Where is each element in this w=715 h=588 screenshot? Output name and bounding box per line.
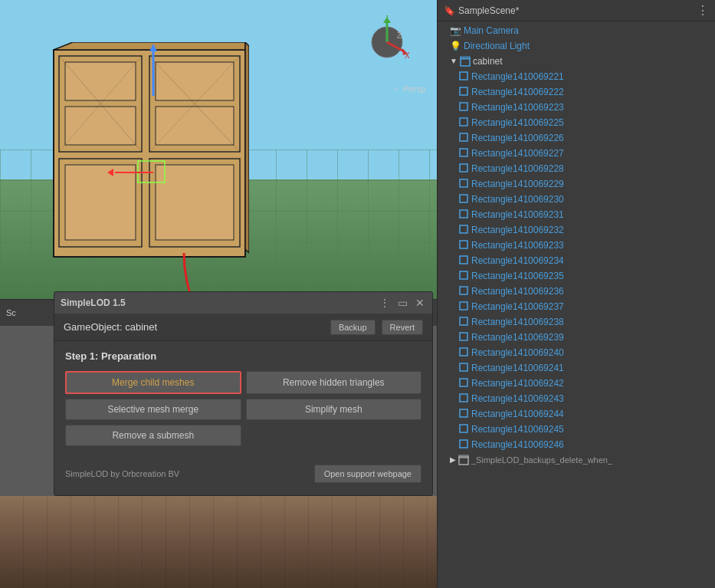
hierarchy-item-backups[interactable]: ▶ _SimpleLOD_backups_delete_when_ <box>438 452 715 468</box>
panel-menu-button[interactable]: ⋮ <box>378 297 392 308</box>
viewport-panel: Z X Y ← Persp Sc SimpleLOD 1.5 ⋮ <box>0 0 437 588</box>
remove-submesh-button[interactable]: Remove a submesh <box>65 425 241 446</box>
expand-icon: ▼ <box>450 57 458 65</box>
item-label: Rectangle1410069243 <box>471 393 564 404</box>
bottom-wood-area <box>0 496 437 588</box>
list-item[interactable]: Rectangle1410069231 <box>438 207 715 222</box>
panel-footer: SimpleLOD by Orbcreation BV Open support… <box>65 458 421 483</box>
svg-marker-2 <box>245 42 249 253</box>
mesh-icon <box>459 87 468 98</box>
cabinet-icon <box>460 56 471 67</box>
list-item[interactable]: Rectangle1410069221 <box>438 69 715 84</box>
revert-button[interactable]: Revert <box>382 320 423 335</box>
gameobject-label: GameObject: cabinet <box>64 321 157 333</box>
mesh-icon <box>459 71 468 83</box>
simplify-mesh-button[interactable]: Simplify mesh <box>246 399 422 420</box>
list-item[interactable]: Rectangle1410069244 <box>438 406 715 422</box>
list-item[interactable]: Rectangle1410069223 <box>438 100 715 115</box>
mesh-icon <box>459 163 468 175</box>
step-title: Step 1: Preparation <box>65 350 421 362</box>
merge-child-meshes-button[interactable]: Merge child meshes <box>65 371 241 394</box>
list-item[interactable]: Rectangle1410069236 <box>438 284 715 299</box>
hierarchy-list[interactable]: 📷 Main Camera 💡 Directional Light ▼ <box>438 21 715 588</box>
backup-button[interactable]: Backup <box>330 320 376 335</box>
selective-mesh-merge-button[interactable]: Selective mesh merge <box>65 399 241 420</box>
svg-rect-8 <box>156 107 234 145</box>
list-item[interactable]: Rectangle1410069233 <box>438 238 715 253</box>
mesh-icon <box>459 225 468 236</box>
mesh-icon <box>459 286 468 297</box>
list-item[interactable]: Rectangle1410069225 <box>438 115 715 130</box>
svg-rect-39 <box>460 164 467 172</box>
item-label: Rectangle1410069234 <box>471 255 564 266</box>
mesh-icon <box>459 393 468 405</box>
hierarchy-item-cabinet[interactable]: ▼ cabinet <box>438 54 715 69</box>
item-label: _SimpleLOD_backups_delete_when_ <box>471 455 612 465</box>
list-item[interactable]: Rectangle1410069226 <box>438 130 715 146</box>
list-item[interactable]: Rectangle1410069228 <box>438 161 715 176</box>
item-label: Rectangle1410069221 <box>471 71 564 82</box>
backup-folder-icon <box>458 455 469 466</box>
hierarchy-item-directional-light[interactable]: 💡 Directional Light <box>438 38 715 54</box>
svg-rect-56 <box>460 425 467 432</box>
list-item[interactable]: Rectangle1410069234 <box>438 253 715 268</box>
panel-controls: ⋮ ▭ ✕ <box>378 297 426 308</box>
svg-rect-36 <box>460 118 467 126</box>
mesh-icon <box>459 117 468 129</box>
svg-rect-46 <box>460 271 467 279</box>
gameobject-bar: GameObject: cabinet Backup Revert <box>54 314 432 341</box>
hierarchy-item-main-camera[interactable]: 📷 Main Camera <box>438 23 715 38</box>
svg-rect-41 <box>460 195 467 202</box>
svg-text:X: X <box>405 51 410 60</box>
item-label: Rectangle1410069231 <box>471 209 564 220</box>
mesh-icon <box>459 240 468 251</box>
panel-minimize-button[interactable]: ▭ <box>396 297 409 308</box>
mesh-icon <box>459 271 468 282</box>
item-label: Rectangle1410069240 <box>471 347 564 358</box>
viewport-gizmo[interactable]: Z X Y <box>360 15 414 69</box>
list-item[interactable]: Rectangle1410069240 <box>438 345 715 360</box>
item-label: Rectangle1410069227 <box>471 148 564 159</box>
unity-viewport[interactable]: Z X Y ← Persp <box>0 0 437 299</box>
list-item[interactable]: Rectangle1410069237 <box>438 299 715 314</box>
list-item[interactable]: Rectangle1410069242 <box>438 376 715 391</box>
mesh-icon <box>459 301 468 313</box>
list-item[interactable]: Rectangle1410069238 <box>438 314 715 330</box>
list-item[interactable]: Rectangle1410069229 <box>438 176 715 192</box>
item-label: Rectangle1410069241 <box>471 363 564 373</box>
svg-rect-40 <box>460 179 467 187</box>
svg-rect-55 <box>460 409 467 417</box>
list-item[interactable]: Rectangle1410069235 <box>438 268 715 284</box>
svg-rect-34 <box>460 87 467 95</box>
list-item[interactable]: Rectangle1410069239 <box>438 330 715 345</box>
item-label: Rectangle1410069225 <box>471 117 564 128</box>
svg-rect-37 <box>460 133 467 141</box>
mesh-icon <box>459 255 468 267</box>
mesh-icon <box>459 424 468 435</box>
mesh-icon <box>459 194 468 205</box>
panel-body: Step 1: Preparation Merge child meshes R… <box>54 341 432 495</box>
panel-close-button[interactable]: ✕ <box>414 297 426 308</box>
list-item[interactable]: Rectangle1410069246 <box>438 437 715 452</box>
item-label: Rectangle1410069242 <box>471 378 564 389</box>
panel-action-buttons: Backup Revert <box>330 320 423 335</box>
hierarchy-more-button[interactable]: ⋮ <box>697 3 709 18</box>
expand-icon: ▶ <box>450 455 456 464</box>
remove-hidden-triangles-button[interactable]: Remove hidden triangles <box>246 371 422 394</box>
list-item[interactable]: Rectangle1410069245 <box>438 422 715 437</box>
mesh-icon <box>459 317 468 328</box>
footer-credit: SimpleLOD by Orbcreation BV <box>65 469 179 478</box>
list-item[interactable]: Rectangle1410069241 <box>438 360 715 376</box>
item-label: Main Camera <box>464 25 519 36</box>
list-item[interactable]: Rectangle1410069222 <box>438 84 715 100</box>
panel-titlebar: SimpleLOD 1.5 ⋮ ▭ ✕ <box>54 292 432 314</box>
mesh-icon <box>459 347 468 359</box>
support-webpage-button[interactable]: Open support webpage <box>314 465 421 483</box>
list-item[interactable]: Rectangle1410069232 <box>438 222 715 238</box>
list-item[interactable]: Rectangle1410069230 <box>438 192 715 207</box>
list-item[interactable]: Rectangle1410069227 <box>438 146 715 161</box>
item-label: Rectangle1410069245 <box>471 424 564 435</box>
svg-rect-44 <box>460 241 467 248</box>
list-item[interactable]: Rectangle1410069243 <box>438 391 715 406</box>
cabinet-model <box>50 42 249 264</box>
